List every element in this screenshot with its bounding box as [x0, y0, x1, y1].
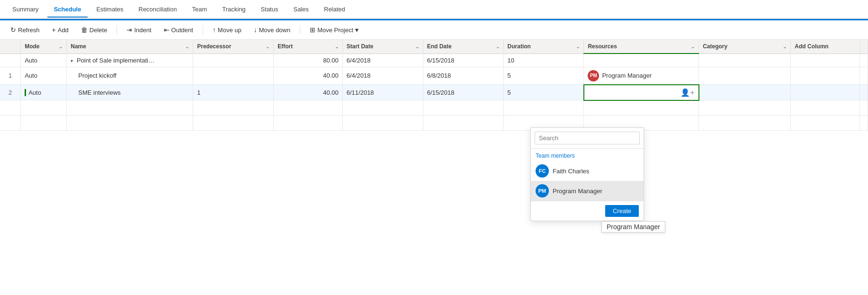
create-button[interactable]: Create [605, 205, 639, 217]
move-down-icon: ↓ [254, 26, 257, 34]
tab-sales[interactable]: Sales [286, 2, 315, 17]
add-button[interactable]: + Add [47, 24, 73, 36]
cell-scroll-0 [859, 54, 868, 67]
table-row: 2 Auto SME interviews 1 40.00 6/11/2018 … [0, 85, 868, 100]
chevron-expand-icon[interactable]: ▾ [71, 58, 73, 63]
tab-status[interactable]: Status [254, 2, 285, 17]
cell-name-0[interactable]: ▾ Point of Sale implementati… [67, 54, 193, 67]
col-header-predecessor[interactable]: Predecessor ⌄ [193, 40, 274, 54]
cell-resources-1: PM Program Manager [584, 67, 699, 85]
avatar-pm-dd: PM [536, 184, 549, 197]
cell-effort-2: 40.00 [274, 85, 343, 100]
cell-mode-0: Auto [21, 54, 67, 67]
col-header-add-column[interactable]: Add Column [791, 40, 860, 54]
dropdown-footer: Create [531, 201, 644, 221]
sort-resources-icon: ⌄ [691, 44, 695, 49]
tab-bar: Summary Schedule Estimates Reconciliatio… [0, 0, 868, 19]
dropdown-search-area [531, 128, 644, 149]
col-header-name[interactable]: Name ⌄ [67, 40, 193, 54]
sort-mode-icon: ⌄ [59, 44, 63, 49]
move-up-button[interactable]: ↑ Move up [208, 24, 246, 36]
cell-start-0: 6/4/2018 [342, 54, 423, 67]
toolbar-separator-2 [203, 25, 203, 35]
tab-schedule[interactable]: Schedule [47, 2, 88, 17]
cell-predecessor-2: 1 [193, 85, 274, 100]
add-icon: + [52, 26, 56, 34]
cell-end-0: 6/15/2018 [423, 54, 503, 67]
col-header-duration[interactable]: Duration ⌄ [503, 40, 584, 54]
cell-end-2: 6/15/2018 [423, 85, 503, 100]
team-members-label: Team members [531, 149, 644, 161]
delete-button[interactable]: 🗑 Delete [76, 24, 112, 36]
sort-name-icon: ⌄ [185, 44, 189, 49]
cell-effort-1: 40.00 [274, 67, 343, 85]
toolbar-separator-3 [300, 25, 300, 35]
refresh-button[interactable]: ↻ Refresh [6, 24, 45, 36]
tab-reconciliation[interactable]: Reconciliation [132, 2, 184, 17]
cell-mode-1: Auto [21, 67, 67, 85]
cell-name-1: Project kickoff [67, 67, 193, 85]
chevron-down-icon: ▾ [355, 26, 358, 34]
team-member-pm[interactable]: PM Program Manager [531, 181, 644, 201]
cell-addcol-2 [791, 85, 860, 100]
cell-scroll-1 [859, 67, 868, 85]
schedule-table: Mode ⌄ Name ⌄ Predecessor ⌄ [0, 40, 868, 131]
indent-icon: ⇥ [126, 26, 132, 34]
move-up-icon: ↑ [213, 26, 216, 34]
cell-category-0 [699, 54, 791, 67]
table-row: Auto ▾ Point of Sale implementati… 80.00… [0, 54, 868, 67]
tab-summary[interactable]: Summary [6, 2, 45, 17]
table-row-empty [0, 100, 868, 116]
sort-start-icon: ⌄ [415, 44, 419, 49]
grid-container: Mode ⌄ Name ⌄ Predecessor ⌄ [0, 40, 868, 295]
sort-end-icon: ⌄ [496, 44, 500, 49]
toolbar-separator-1 [116, 25, 117, 35]
cell-start-2: 6/11/2018 [342, 85, 423, 100]
cell-resources-2[interactable]: 👤+ [584, 85, 699, 100]
add-resource-icon[interactable]: 👤+ [680, 88, 694, 97]
outdent-icon: ⇤ [164, 26, 170, 34]
tooltip-program-manager: Program Manager [601, 221, 665, 232]
col-header-scrollbar [859, 40, 868, 54]
col-header-resources[interactable]: Resources ⌄ [584, 40, 699, 54]
sort-duration-icon: ⌄ [576, 44, 580, 49]
tab-tracking[interactable]: Tracking [215, 2, 252, 17]
move-down-button[interactable]: ↓ Move down [249, 24, 295, 36]
cell-category-2 [699, 85, 791, 100]
cell-predecessor-0 [193, 54, 274, 67]
outdent-button[interactable]: ⇤ Outdent [159, 24, 198, 36]
avatar-fc: FC [536, 164, 549, 178]
indent-button[interactable]: ⇥ Indent [122, 24, 156, 36]
cell-category-1 [699, 67, 791, 85]
tab-related[interactable]: Related [317, 2, 352, 17]
cell-duration-2: 5 [503, 85, 584, 100]
member-name-pm: Program Manager [553, 188, 602, 195]
col-header-end-date[interactable]: End Date ⌄ [423, 40, 503, 54]
cell-rownum-0 [0, 54, 21, 67]
sort-effort-icon: ⌄ [335, 44, 339, 49]
col-header-rownum [0, 40, 21, 54]
cell-scroll-2 [859, 85, 868, 100]
search-input[interactable] [535, 132, 640, 144]
col-header-category[interactable]: Category ⌄ [699, 40, 791, 54]
sort-category-icon: ⌄ [783, 44, 787, 49]
cell-duration-0: 10 [503, 54, 584, 67]
cell-predecessor-1 [193, 67, 274, 85]
cell-duration-1: 5 [503, 67, 584, 85]
tab-estimates[interactable]: Estimates [89, 2, 130, 17]
cell-resources-0 [584, 54, 699, 67]
col-header-mode[interactable]: Mode ⌄ [21, 40, 67, 54]
cell-addcol-0 [791, 54, 860, 67]
move-project-icon: ⊞ [310, 26, 315, 34]
toolbar: ↻ Refresh + Add 🗑 Delete ⇥ Indent ⇤ Outd… [0, 20, 868, 40]
delete-icon: 🗑 [81, 26, 88, 34]
cell-end-1: 6/8/2018 [423, 67, 503, 85]
col-header-start-date[interactable]: Start Date ⌄ [342, 40, 423, 54]
tab-team[interactable]: Team [185, 2, 214, 17]
table-row-empty [0, 116, 868, 131]
cell-name-2: SME interviews [67, 85, 193, 100]
table-row: 1 Auto Project kickoff 40.00 6/4/2018 6/… [0, 67, 868, 85]
team-member-fc[interactable]: FC Faith Charles [531, 161, 644, 181]
col-header-effort[interactable]: Effort ⌄ [274, 40, 343, 54]
move-project-button[interactable]: ⊞ Move Project ▾ [305, 24, 363, 36]
